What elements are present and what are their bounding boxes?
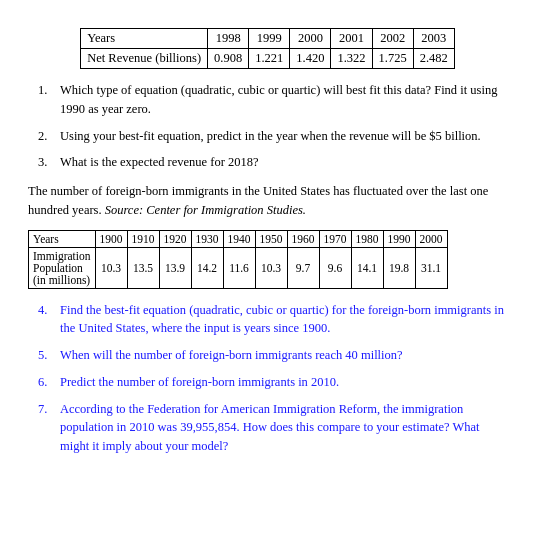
- question-number: 1.: [38, 81, 56, 119]
- question-number: 3.: [38, 153, 56, 172]
- question-text: When will the number of foreign-born imm…: [60, 346, 403, 365]
- question-item: 7.According to the Federation for Americ…: [38, 400, 507, 456]
- question-item: 2.Using your best-fit equation, predict …: [38, 127, 507, 146]
- questions-section2: 4.Find the best-fit equation (quadratic,…: [38, 301, 507, 456]
- question-text: Find the best-fit equation (quadratic, c…: [60, 301, 507, 339]
- question-number: 2.: [38, 127, 56, 146]
- question-number: 6.: [38, 373, 56, 392]
- revenue-table: Years199819992000200120022003 Net Revenu…: [80, 28, 455, 69]
- question-text: What is the expected revenue for 2018?: [60, 153, 259, 172]
- section2-intro: The number of foreign-born immigrants in…: [28, 182, 507, 220]
- question-number: 7.: [38, 400, 56, 456]
- question-number: 4.: [38, 301, 56, 339]
- table1-container: Years199819992000200120022003 Net Revenu…: [28, 28, 507, 69]
- immigration-table: Years19001910192019301940195019601970198…: [28, 230, 448, 289]
- question-item: 3.What is the expected revenue for 2018?: [38, 153, 507, 172]
- question-item: 5.When will the number of foreign-born i…: [38, 346, 507, 365]
- question-number: 5.: [38, 346, 56, 365]
- question-item: 6.Predict the number of foreign-born imm…: [38, 373, 507, 392]
- question-text: Which type of equation (quadratic, cubic…: [60, 81, 507, 119]
- question-item: 1.Which type of equation (quadratic, cub…: [38, 81, 507, 119]
- question-text: Using your best-fit equation, predict in…: [60, 127, 481, 146]
- question-text: According to the Federation for American…: [60, 400, 507, 456]
- table2-container: Years19001910192019301940195019601970198…: [28, 230, 507, 289]
- question-item: 4.Find the best-fit equation (quadratic,…: [38, 301, 507, 339]
- question-text: Predict the number of foreign-born immig…: [60, 373, 339, 392]
- questions-section1: 1.Which type of equation (quadratic, cub…: [38, 81, 507, 172]
